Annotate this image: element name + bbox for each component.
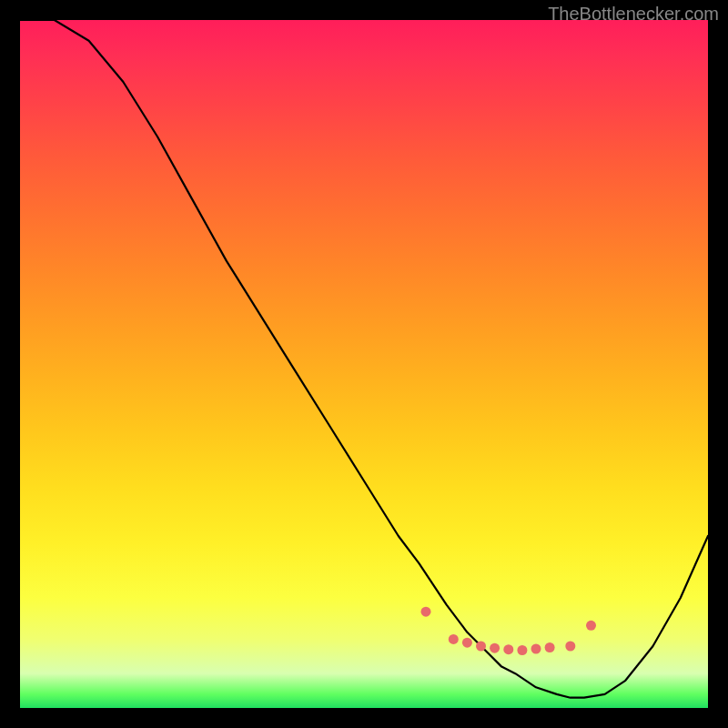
chart-curve-line: [20, 20, 708, 698]
chart-marker-dot: [531, 644, 541, 654]
chart-markers-group: [421, 607, 597, 655]
chart-plot-area: [20, 20, 708, 708]
chart-marker-dot: [449, 634, 459, 644]
chart-marker-dot: [517, 645, 527, 655]
chart-marker-dot: [421, 607, 431, 617]
chart-marker-dot: [476, 642, 486, 652]
chart-marker-dot: [545, 642, 555, 652]
watermark-text: TheBottlenecker.com: [548, 4, 719, 25]
chart-marker-dot: [565, 642, 575, 652]
chart-marker-dot: [462, 638, 472, 648]
chart-marker-dot: [490, 643, 500, 653]
chart-marker-dot: [586, 621, 596, 631]
chart-svg: [20, 20, 708, 708]
chart-marker-dot: [503, 644, 513, 654]
